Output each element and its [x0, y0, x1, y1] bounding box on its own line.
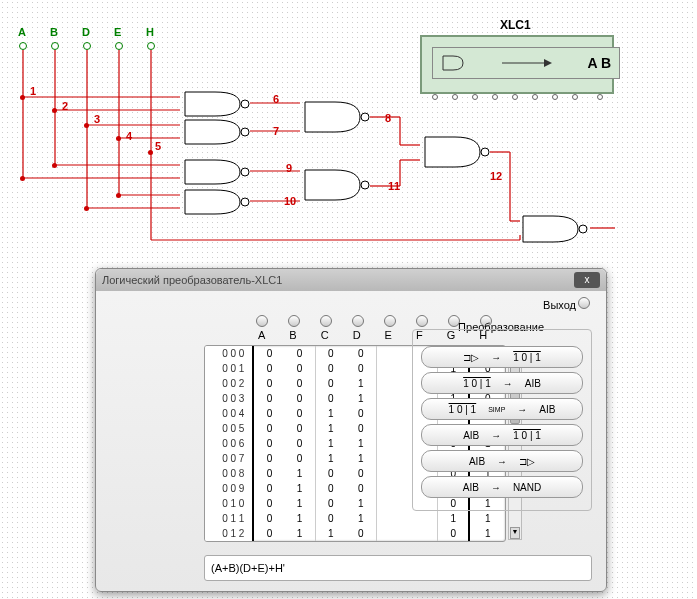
gate-icon: ⊐▷	[519, 456, 535, 467]
convert-expr-to-tt[interactable]: AIB→1 0 | 1	[421, 424, 583, 446]
nand-gate-7[interactable]	[420, 135, 495, 169]
scroll-down[interactable]: ▼	[510, 527, 520, 539]
ab-label: A B	[587, 55, 611, 71]
convert-panel: ⊐▷→1 0 | 1 1 0 | 1→AIB 1 0 | 1SIMP→AIB A…	[412, 329, 592, 511]
node	[148, 150, 153, 155]
nand-gate-1[interactable]	[180, 90, 255, 118]
node	[84, 123, 89, 128]
nand-gate-8[interactable]	[518, 214, 593, 244]
convert-expr-to-nand[interactable]: AIB→NAND	[421, 476, 583, 498]
var-f-terminal[interactable]	[416, 315, 428, 327]
node	[52, 163, 57, 168]
convert-tt-to-simp[interactable]: 1 0 | 1SIMP→AIB	[421, 398, 583, 420]
svg-point-40	[579, 225, 587, 233]
logic-converter-component[interactable]: A B	[420, 35, 614, 94]
expression-text: (A+B)(D+E)+H'	[211, 562, 285, 574]
nand-gate-6[interactable]	[300, 168, 375, 202]
var-a-terminal[interactable]	[256, 315, 268, 327]
node	[116, 136, 121, 141]
nand-gate-3[interactable]	[180, 158, 255, 186]
var-c-terminal[interactable]	[320, 315, 332, 327]
node	[20, 95, 25, 100]
nand-gate-2[interactable]	[180, 118, 255, 146]
gate-icon: ⊐▷	[463, 352, 479, 363]
dialog-title: Логический преобразователь-XLC1	[102, 274, 282, 286]
component-name: XLC1	[500, 18, 531, 32]
node	[20, 176, 25, 181]
table-row: 0 1 2011001	[205, 526, 505, 541]
nand-gate-4[interactable]	[180, 188, 255, 216]
svg-point-39	[481, 148, 489, 156]
svg-point-35	[241, 168, 249, 176]
arrow-icon	[502, 58, 552, 68]
svg-point-37	[361, 113, 369, 121]
output-label: Выход	[543, 299, 576, 311]
var-d-terminal[interactable]	[352, 315, 364, 327]
svg-point-34	[241, 128, 249, 136]
node	[52, 108, 57, 113]
output-terminal[interactable]	[578, 297, 590, 309]
svg-point-38	[361, 181, 369, 189]
expression-field[interactable]: (A+B)(D+E)+H'	[204, 555, 592, 581]
close-button[interactable]: x	[574, 272, 600, 288]
convert-circuit-to-tt[interactable]: ⊐▷→1 0 | 1	[421, 346, 583, 368]
convert-expr-to-circuit[interactable]: AIB→⊐▷	[421, 450, 583, 472]
node	[116, 193, 121, 198]
svg-point-36	[241, 198, 249, 206]
gate-icon	[441, 54, 467, 72]
table-row: 0 1 1010111	[205, 511, 505, 526]
logic-converter-dialog[interactable]: Логический преобразователь-XLC1 x Выход …	[95, 268, 607, 592]
convert-tt-to-expr[interactable]: 1 0 | 1→AIB	[421, 372, 583, 394]
var-b-terminal[interactable]	[288, 315, 300, 327]
nand-gate-5[interactable]	[300, 100, 375, 134]
svg-point-33	[241, 100, 249, 108]
var-e-terminal[interactable]	[384, 315, 396, 327]
node	[84, 206, 89, 211]
